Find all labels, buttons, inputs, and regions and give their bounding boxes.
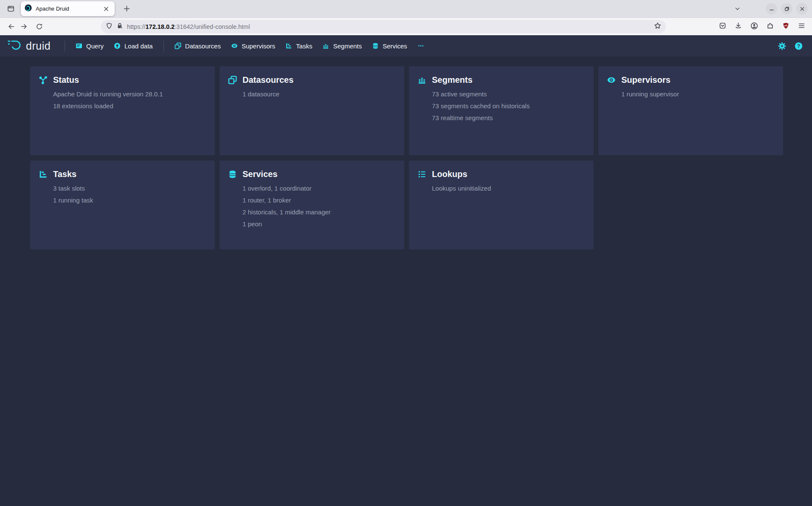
settings-gear-icon[interactable] <box>778 42 786 50</box>
nav-divider <box>65 41 65 51</box>
browser-toolbar: https://172.18.0.2:31642/unified-console… <box>0 17 812 35</box>
services-card[interactable]: Services 1 overlord, 1 coordinator1 rout… <box>220 160 404 250</box>
status-graph-icon <box>39 76 48 84</box>
card-stat-line: 18 extensions loaded <box>53 102 206 110</box>
window-controls <box>766 3 808 14</box>
forward-icon[interactable] <box>17 20 30 33</box>
nav-item-label: Supervisors <box>242 42 275 50</box>
card-title: Supervisors <box>621 75 671 85</box>
url-scheme: https:// <box>127 23 146 30</box>
window-minimize-button[interactable] <box>766 3 777 14</box>
nav-divider <box>164 41 164 51</box>
card-body: 1 overlord, 1 coordinator1 router, 1 bro… <box>242 185 396 228</box>
card-stat-line: 2 historicals, 1 middle manager <box>242 208 396 216</box>
url-text: https://172.18.0.2:31642/unified-console… <box>127 23 654 30</box>
nav-right: ? <box>778 42 805 50</box>
card-stat-line: 1 overlord, 1 coordinator <box>242 185 396 192</box>
card-body: 3 task slots1 running task <box>53 185 206 204</box>
window-close-button[interactable] <box>796 3 808 14</box>
new-tab-button[interactable] <box>120 3 133 15</box>
tasks-gantt-icon <box>285 42 292 49</box>
datasources-card[interactable]: Datasources 1 datasource <box>220 66 404 155</box>
supervisors-eye-icon <box>607 76 616 84</box>
nav-item-query[interactable]: Query <box>70 35 109 56</box>
ublock-origin-icon[interactable]: uO <box>782 22 789 31</box>
lookups-list-icon <box>417 170 426 179</box>
supervisors-eye-icon <box>231 42 238 49</box>
lookups-card[interactable]: Lookups Lookups uninitialized <box>409 160 594 250</box>
card-title: Tasks <box>53 169 76 179</box>
firefox-view-icon[interactable] <box>4 3 17 15</box>
card-body: Lookups uninitialized <box>432 185 585 192</box>
card-stat-line: 73 active segments <box>432 90 585 98</box>
segments-chart-icon <box>322 42 329 49</box>
nav-item-segments[interactable]: Segments <box>317 35 367 56</box>
url-bar[interactable]: https://172.18.0.2:31642/unified-console… <box>101 20 666 33</box>
nav-item-label: Load data <box>124 42 153 50</box>
window-restore-button[interactable] <box>781 3 792 14</box>
status-card[interactable]: Status Apache Druid is running version 2… <box>30 66 215 155</box>
nav-item-services[interactable]: Services <box>367 35 412 56</box>
card-body: 1 running supervisor <box>621 90 775 98</box>
account-icon[interactable] <box>750 22 758 31</box>
nav-item-load-data[interactable]: Load data <box>109 35 158 56</box>
nav-item-supervisors[interactable]: Supervisors <box>226 35 280 56</box>
card-body: 1 datasource <box>242 90 396 98</box>
nav-item-datasources[interactable]: Datasources <box>169 35 226 56</box>
card-body: Apache Druid is running version 28.0.118… <box>53 90 206 110</box>
card-stat-line: 1 running supervisor <box>621 90 775 98</box>
services-database-icon <box>228 170 237 179</box>
downloads-icon[interactable] <box>735 22 742 31</box>
card-stat-line: 1 running task <box>53 197 206 204</box>
card-title: Status <box>53 75 79 85</box>
reload-icon[interactable] <box>33 20 45 33</box>
tracking-shield-icon[interactable] <box>106 22 113 31</box>
nav-item-label: Tasks <box>296 42 312 50</box>
card-stat-line: 3 task slots <box>53 185 206 192</box>
home-view: Status Apache Druid is running version 2… <box>0 56 812 506</box>
card-stat-line: Apache Druid is running version 28.0.1 <box>53 90 206 98</box>
nav-item-label: Segments <box>333 42 362 50</box>
toolbar-right-icons: uO <box>719 22 807 31</box>
card-title: Datasources <box>242 75 293 85</box>
supervisors-card[interactable]: Supervisors 1 running supervisor <box>598 66 783 155</box>
tab-strip: Apache Druid <box>0 0 812 17</box>
list-all-tabs-chevron-icon[interactable] <box>731 3 744 15</box>
card-stat-line: 1 datasource <box>242 90 396 98</box>
back-icon[interactable] <box>5 20 17 33</box>
card-stat-line: Lookups uninitialized <box>432 185 585 192</box>
segments-card[interactable]: Segments 73 active segments73 segments c… <box>409 66 594 155</box>
nav-item-label: Datasources <box>185 42 221 50</box>
brand-text: druid <box>26 40 51 52</box>
nav-item-label: Services <box>383 42 407 50</box>
services-database-icon <box>372 42 379 49</box>
browser-tab[interactable]: Apache Druid <box>21 1 115 16</box>
tab-close-icon[interactable] <box>102 4 111 14</box>
lock-warning-icon[interactable] <box>116 22 123 31</box>
url-path: :31642/unified-console.html <box>175 23 250 30</box>
extensions-puzzle-icon[interactable] <box>767 22 774 31</box>
menu-hamburger-icon[interactable] <box>798 22 805 31</box>
status-cards-grid: Status Apache Druid is running version 2… <box>30 66 812 250</box>
card-stat-line: 73 realtime segments <box>432 114 585 122</box>
nav-item-label: Query <box>86 42 104 50</box>
help-icon[interactable]: ? <box>795 42 803 50</box>
druid-navbar: druid Query Load data Datasources <box>0 35 812 56</box>
card-stat-line: 73 segments cached on historicals <box>432 102 585 110</box>
druid-logo[interactable]: druid <box>7 39 51 53</box>
nav-item-tasks[interactable]: Tasks <box>280 35 317 56</box>
query-icon <box>76 42 82 49</box>
datasources-icon <box>175 42 181 49</box>
bookmark-star-icon[interactable] <box>654 22 661 31</box>
card-title: Segments <box>432 75 473 85</box>
pocket-save-icon[interactable] <box>719 22 726 31</box>
nav-more-button[interactable] <box>412 35 429 56</box>
tab-title: Apache Druid <box>36 6 102 12</box>
more-ellipsis-icon <box>417 42 424 49</box>
tasks-card[interactable]: Tasks 3 task slots1 running task <box>30 160 215 250</box>
load-data-icon <box>114 42 121 49</box>
card-stat-line: 1 router, 1 broker <box>242 197 396 204</box>
card-title: Services <box>242 169 277 179</box>
datasources-icon <box>228 76 237 84</box>
card-stat-line: 1 peon <box>242 220 396 228</box>
